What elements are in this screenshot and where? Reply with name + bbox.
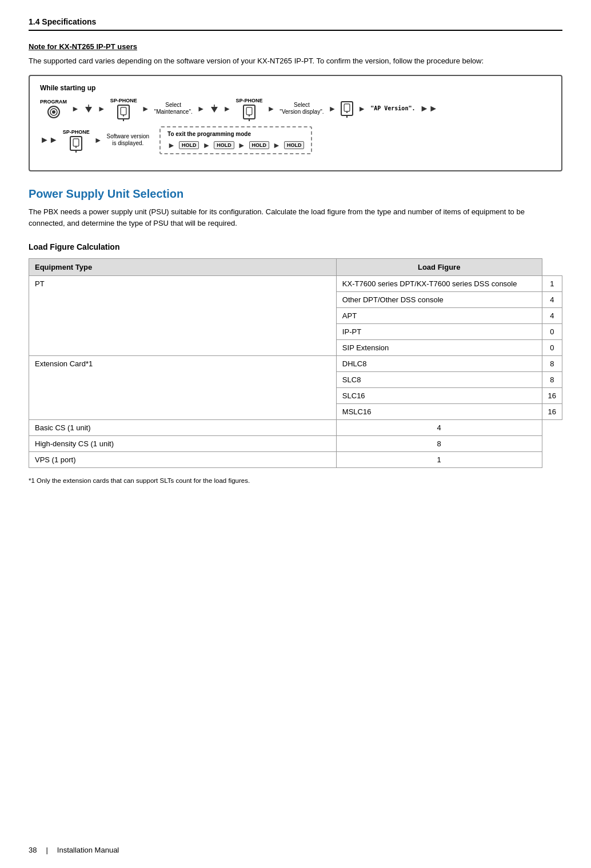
equipment-sub-type: IP-PT [336, 324, 542, 340]
exit-arrow-4: ► [273, 141, 281, 150]
equipment-type-name: Basic CS (1 unit) [29, 420, 337, 436]
load-figure-value: 1 [336, 452, 542, 468]
diagram-row-1: PROGRAM ► ► SP-PHONE ► Se [40, 98, 551, 119]
software-version-label: Software version is displayed. [107, 133, 149, 147]
load-figure-value: 1 [542, 276, 562, 292]
sp-phone-1-label: SP-PHONE [110, 98, 137, 103]
table-header-equipment: Equipment Type [29, 259, 337, 276]
arrow-4: ► [197, 104, 205, 113]
load-figure-value: 0 [542, 324, 562, 340]
equipment-type-main: PT [29, 276, 337, 356]
svg-rect-10 [344, 103, 350, 111]
exit-arrow-1: ► [167, 141, 175, 150]
svg-marker-6 [211, 107, 218, 113]
sp-phone-1-icon [117, 105, 130, 119]
page-footer: 38 | Installation Manual [29, 846, 119, 854]
select-version-label: Select "Version display". [279, 102, 324, 115]
exit-arrow-2: ► [202, 141, 210, 150]
hold-icon-2: HOLD [214, 141, 234, 149]
program-label: PROGRAM [40, 99, 67, 105]
footer-separator: | [46, 846, 47, 854]
software-version-group: Software version is displayed. [107, 133, 149, 147]
table-header-load: Load Figure [336, 259, 542, 276]
equipment-type-main: Extension Card*1 [29, 356, 337, 420]
sp-phone-2-icon [243, 105, 255, 119]
program-icon-group: PROGRAM [40, 99, 67, 118]
ap-version-label: "AP Version". [370, 105, 415, 112]
sp-phone-4-icon [70, 136, 82, 151]
arrow-5: ► [223, 104, 231, 113]
svg-point-13 [75, 146, 77, 147]
svg-rect-12 [73, 139, 79, 146]
load-figure-table: Equipment Type Load Figure PTKX-T7600 se… [29, 258, 562, 468]
table-row: Basic CS (1 unit)4 [29, 420, 562, 436]
equipment-sub-type: KX-T7600 series DPT/KX-T7600 series DSS … [336, 276, 542, 292]
equipment-sub-type: Other DPT/Other DSS console [336, 292, 542, 308]
page-header: 1.4 Specifications [29, 17, 562, 31]
sp-phone-1-group: SP-PHONE [110, 98, 137, 119]
arrow-7: ► [328, 104, 336, 113]
diagram-row-2: ►► SP-PHONE ► Software version is displa… [40, 126, 551, 154]
hold-icon-4: HOLD [284, 141, 305, 149]
load-figure-value: 8 [542, 372, 562, 388]
page-header-title: 1.4 Specifications [29, 17, 96, 26]
load-figure-value: 0 [542, 340, 562, 356]
svg-point-1 [52, 110, 55, 114]
hold-icon-3: HOLD [249, 141, 270, 149]
load-figure-value: 16 [542, 388, 562, 404]
page: 1.4 Specifications Note for KX-NT265 IP-… [0, 0, 591, 868]
note-title: Note for KX-NT265 IP-PT users [29, 42, 562, 51]
equipment-type-name: VPS (1 port) [29, 452, 337, 468]
load-figure-value: 4 [542, 308, 562, 324]
diagram-box: While starting up PROGRAM ► ► SP-PHONE [29, 75, 562, 171]
page-number: 38 [29, 846, 37, 854]
arrow-6: ► [267, 104, 275, 113]
arrow-2: ► [98, 104, 106, 113]
svg-rect-8 [246, 107, 252, 114]
sp-phone-3-group [341, 101, 353, 116]
exit-box: To exit the programming mode ► HOLD ► HO… [159, 126, 312, 154]
table-row: PTKX-T7600 series DPT/KX-T7600 series DS… [29, 276, 562, 292]
footnote: *1 Only the extension cards that can sup… [29, 476, 562, 485]
program-circle-icon [47, 106, 60, 118]
equipment-sub-type: SLC16 [336, 388, 542, 404]
ap-version-group: "AP Version". [370, 105, 415, 112]
sp-phone-3-icon [341, 101, 353, 116]
load-figure-value: 4 [542, 292, 562, 308]
scroll-down-2 [210, 103, 219, 114]
select-maintenance-group: Select "Maintenance". [154, 102, 193, 115]
double-arrow-2: ►► [40, 135, 58, 145]
arrow-1: ► [71, 104, 79, 113]
sp-phone-4-group: SP-PHONE [63, 129, 90, 151]
equipment-sub-type: MSLC16 [336, 404, 542, 420]
svg-point-5 [123, 115, 124, 116]
table-row: Extension Card*1DHLC88 [29, 356, 562, 372]
exit-title: To exit the programming mode [167, 131, 304, 137]
exit-arrow-3: ► [238, 141, 246, 150]
svg-marker-2 [85, 107, 92, 113]
equipment-sub-type: APT [336, 308, 542, 324]
footer-label: Installation Manual [57, 846, 119, 854]
equipment-sub-type: SLC8 [336, 372, 542, 388]
select-maintenance-label: Select "Maintenance". [154, 102, 193, 115]
double-arrow-1: ►► [420, 103, 438, 114]
arrow-3: ► [142, 104, 150, 113]
load-figure-value: 8 [542, 356, 562, 372]
table-row: High-density CS (1 unit)8 [29, 436, 562, 452]
load-figure-value: 16 [542, 404, 562, 420]
svg-rect-4 [121, 107, 126, 114]
note-body: The supported card varies depending on t… [29, 55, 562, 67]
equipment-sub-type: SIP Extension [336, 340, 542, 356]
power-supply-heading: Power Supply Unit Selection [29, 187, 562, 201]
equipment-type-name: High-density CS (1 unit) [29, 436, 337, 452]
diagram-while-starting: While starting up [40, 84, 551, 92]
select-version-group: Select "Version display". [279, 102, 324, 115]
sp-phone-2-label: SP-PHONE [235, 98, 262, 103]
svg-point-9 [249, 115, 250, 116]
equipment-sub-type: DHLC8 [336, 356, 542, 372]
load-figure-value: 4 [336, 420, 542, 436]
load-figure-subheading: Load Figure Calculation [29, 242, 562, 251]
power-supply-body: The PBX needs a power supply unit (PSU) … [29, 206, 562, 230]
load-figure-value: 8 [336, 436, 542, 452]
table-row: VPS (1 port)1 [29, 452, 562, 468]
